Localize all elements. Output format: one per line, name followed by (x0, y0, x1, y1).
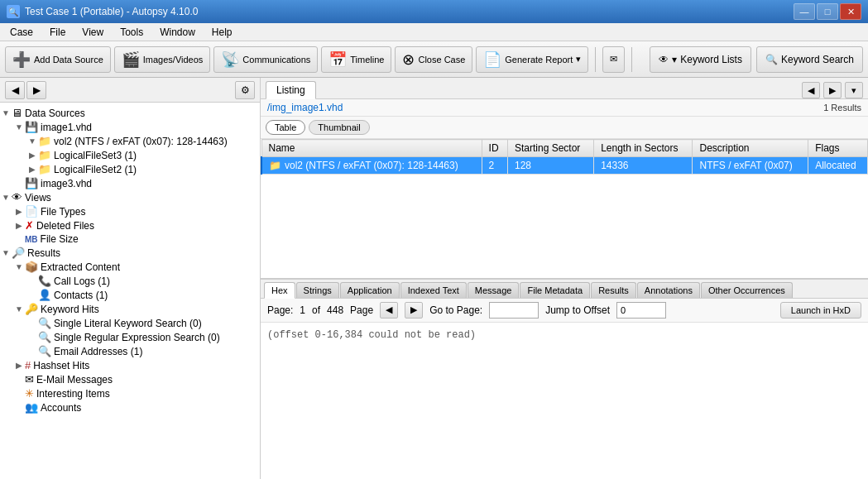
col-flags[interactable]: Flags (808, 140, 868, 157)
tree-toggle-file-types[interactable]: ▶ (13, 207, 25, 216)
tree-toggle-results[interactable]: ▼ (0, 248, 12, 257)
tree-item-email-messages[interactable]: ✉E-Mail Messages (0, 372, 260, 386)
tree-toggle-keyword-hits[interactable]: ▼ (13, 304, 25, 314)
forward-button[interactable]: ▶ (26, 81, 46, 99)
hex-tab-file-metadata[interactable]: File Metadata (520, 282, 590, 298)
listing-tab[interactable]: Listing (266, 81, 316, 99)
listing-dropdown-button[interactable]: ▾ (845, 82, 863, 98)
tree-toggle-deleted-files[interactable]: ▶ (13, 221, 25, 230)
tree-icon-views: 👁 (12, 191, 22, 204)
tree-item-accounts[interactable]: 👥Accounts (0, 400, 260, 414)
hex-tab-message[interactable]: Message (468, 282, 520, 298)
data-table: NameIDStarting SectorLength in SectorsDe… (261, 139, 868, 175)
page-total: 448 (327, 304, 343, 316)
keyword-lists-button[interactable]: 👁 ▾ Keyword Lists (650, 46, 751, 73)
table-container: NameIDStarting SectorLength in SectorsDe… (261, 139, 868, 175)
tree-toggle-extracted[interactable]: ▼ (13, 262, 25, 271)
listing-prev-button[interactable]: ◀ (802, 82, 820, 98)
tree-item-hashset-hits[interactable]: ▶#Hashset Hits (0, 358, 260, 372)
breadcrumb-path: /img_image1.vhd (267, 102, 343, 113)
cell-flags: Allocated (808, 157, 868, 175)
minimize-button[interactable]: — (794, 3, 815, 20)
hex-content: (offset 0-16,384 could not be read) (261, 323, 868, 480)
menu-case[interactable]: Case (3, 25, 40, 40)
menu-help[interactable]: Help (205, 25, 239, 40)
tree-toggle-vol2[interactable]: ▼ (26, 137, 38, 146)
hex-tab-indexed-text[interactable]: Indexed Text (400, 282, 467, 298)
tree-item-contacts[interactable]: 👤Contacts (1) (0, 288, 260, 302)
jump-offset-input[interactable] (616, 302, 666, 319)
menu-window[interactable]: Window (153, 25, 202, 40)
tree-label-call-logs: Call Logs (1) (54, 275, 110, 287)
tree-item-vol2[interactable]: ▼📁vol2 (NTFS / exFAT (0x07): 128-14463) (0, 134, 260, 148)
maximize-button[interactable]: □ (817, 3, 838, 20)
tree-toggle-lfs2[interactable]: ▶ (26, 165, 38, 174)
col-length-in-sectors[interactable]: Length in Sectors (594, 140, 693, 157)
images-videos-button[interactable]: 🎬 Images/Videos (114, 46, 211, 73)
table-tab[interactable]: Table (266, 120, 305, 135)
tree-item-interesting-items[interactable]: ✳Interesting Items (0, 386, 260, 400)
hex-tab-results[interactable]: Results (591, 282, 636, 298)
page-btn-label: Page (350, 304, 373, 316)
tree-icon-file-types: 📄 (25, 205, 38, 218)
timeline-button[interactable]: 📅 Timeline (321, 46, 391, 73)
tree-item-deleted-files[interactable]: ▶✗Deleted Files (0, 218, 260, 232)
email-button[interactable]: ✉ (602, 46, 625, 73)
col-id[interactable]: ID (482, 140, 507, 157)
thumbnail-tab[interactable]: Thumbnail (309, 120, 369, 135)
tree-item-call-logs[interactable]: 📞Call Logs (1) (0, 274, 260, 288)
tree-item-image1[interactable]: ▼💾image1.vhd (0, 120, 260, 134)
tree-item-lfs2[interactable]: ▶📁LogicalFileSet2 (1) (0, 162, 260, 176)
results-count: 1 Results (823, 103, 861, 113)
menu-file[interactable]: File (43, 25, 72, 40)
tree-toggle-image1[interactable]: ▼ (13, 122, 25, 132)
tree-icon-data-sources: 🖥 (12, 107, 22, 119)
close-button[interactable]: ✕ (840, 3, 861, 20)
tree-item-extracted[interactable]: ▼📦Extracted Content (0, 260, 260, 274)
tree-item-regex-search[interactable]: 🔍Single Regular Expression Search (0) (0, 330, 260, 344)
tree-item-literal-search[interactable]: 🔍Single Literal Keyword Search (0) (0, 316, 260, 330)
settings-button[interactable]: ⚙ (235, 81, 255, 99)
tree-item-keyword-hits[interactable]: ▼🔑Keyword Hits (0, 302, 260, 316)
goto-page-input[interactable] (489, 302, 539, 319)
communications-button[interactable]: 📡 Communications (213, 46, 318, 73)
tree-item-results[interactable]: ▼🔎Results (0, 246, 260, 260)
page-of: of (312, 304, 320, 316)
col-description[interactable]: Description (693, 140, 808, 157)
menu-view[interactable]: View (75, 25, 110, 40)
col-starting-sector[interactable]: Starting Sector (507, 140, 593, 157)
page-next-button[interactable]: ▶ (405, 302, 423, 319)
tree-item-email-addresses[interactable]: 🔍Email Addresses (1) (0, 344, 260, 358)
hex-tab-annotations[interactable]: Annotations (637, 282, 700, 298)
tree-item-file-types[interactable]: ▶📄File Types (0, 204, 260, 218)
tree-item-image3[interactable]: 💾image3.vhd (0, 176, 260, 190)
hash-icon: # (25, 359, 31, 371)
generate-report-button[interactable]: 📄 Generate Report ▾ (476, 46, 588, 73)
back-button[interactable]: ◀ (5, 81, 25, 99)
keyword-search-button[interactable]: 🔍 Keyword Search (756, 46, 863, 73)
table-row[interactable]: 📁vol2 (NTFS / exFAT (0x07): 128-14463)21… (261, 157, 868, 175)
tree-item-data-sources[interactable]: ▼🖥Data Sources (0, 106, 260, 120)
add-data-source-button[interactable]: ➕ Add Data Source (5, 46, 111, 73)
hex-tab-strings[interactable]: Strings (296, 282, 339, 298)
tree-toggle-data-sources[interactable]: ▼ (0, 108, 12, 117)
page-prev-button[interactable]: ◀ (380, 302, 398, 319)
hex-tab-hex[interactable]: Hex (264, 282, 295, 299)
menu-tools[interactable]: Tools (113, 25, 150, 40)
tree-item-file-size[interactable]: MBFile Size (0, 232, 260, 246)
tree-toggle-lfs3[interactable]: ▶ (26, 151, 38, 160)
view-tabs: Table Thumbnail (261, 117, 868, 139)
timeline-icon: 📅 (328, 50, 347, 69)
tree-toggle-hashset-hits[interactable]: ▶ (13, 361, 25, 370)
tree-item-lfs3[interactable]: ▶📁LogicalFileSet3 (1) (0, 148, 260, 162)
close-case-button[interactable]: ⊗ Close Case (395, 46, 472, 73)
tree-item-views[interactable]: ▼👁Views (0, 190, 260, 204)
hex-tab-other-occurrences[interactable]: Other Occurrences (701, 282, 793, 298)
listing-next-button[interactable]: ▶ (823, 82, 842, 98)
tree-icon-contacts: 👤 (38, 289, 51, 301)
launch-hxd-button[interactable]: Launch in HxD (780, 302, 861, 319)
hex-tab-application[interactable]: Application (340, 282, 400, 298)
tree-toggle-views[interactable]: ▼ (0, 193, 12, 202)
col-name[interactable]: Name (261, 140, 482, 157)
tree-label-email-messages: E-Mail Messages (36, 374, 113, 386)
